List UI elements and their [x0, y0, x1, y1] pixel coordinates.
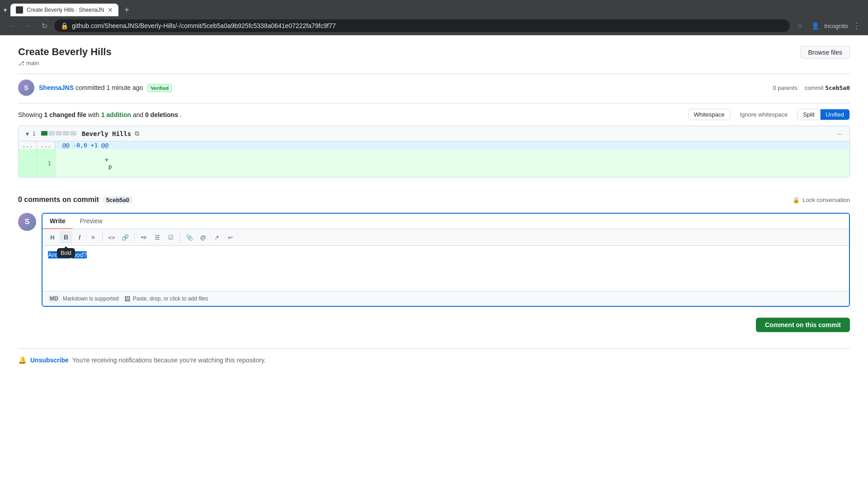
write-tab[interactable]: Write — [42, 214, 73, 229]
commit-hash[interactable]: 5ceb5a0 — [825, 84, 850, 91]
link-icon: 🔗 — [122, 234, 129, 241]
stats-and: and — [133, 111, 145, 118]
stat-gray-4 — [70, 131, 76, 136]
author-info: S SheenaJNS committed 1 minute ago Verif… — [18, 80, 172, 96]
lock-conversation-button[interactable]: 🔒 Lock conversation — [793, 197, 850, 203]
diff-hunk-num-2: ... — [37, 141, 55, 149]
lock-conversation-label: Lock conversation — [802, 197, 850, 203]
back-button[interactable]: ← — [5, 19, 18, 32]
toolbar-actions: ☆ 👤 Incognito ⋮ — [793, 19, 863, 33]
browser-toolbar: ← → ↻ 🔒 github.com/SheenaJNS/Beverly-Hil… — [0, 16, 868, 35]
diff-expand-icon[interactable]: ▾ — [26, 130, 29, 137]
ordered-list-icon: ≡ — [91, 234, 95, 241]
profile-button[interactable]: 👤 — [809, 19, 821, 32]
stats-prefix: Showing — [18, 111, 42, 118]
editor-toolbar: H B Bold I ≡ — [42, 229, 849, 246]
reload-button[interactable]: ↻ — [38, 19, 51, 32]
comments-header: 0 comments on commit 5ceb5a0 🔒 Lock conv… — [18, 196, 850, 204]
bullet-list-icon: ☰ — [155, 234, 160, 241]
unsubscribe-link[interactable]: Unsubscribe — [30, 357, 69, 364]
mention-button[interactable]: @ — [197, 231, 209, 244]
author-text: SheenaJNS committed 1 minute ago Verifie… — [39, 84, 172, 91]
verified-badge: Verified — [147, 84, 172, 92]
commit-hash-badge: 5ceb5a0 — [103, 196, 133, 204]
copy-path-icon[interactable]: ⧉ — [135, 130, 139, 137]
unified-view-button[interactable]: Unified — [821, 109, 849, 120]
diff-more-options-icon[interactable]: ··· — [837, 130, 842, 137]
author-avatar: S — [18, 80, 34, 96]
editor-tabs: Write Preview — [42, 214, 849, 229]
comment-editor: Write Preview H B Bold I — [42, 213, 850, 307]
commit-branch: ⎇ main — [18, 60, 112, 66]
commit-title: Create Beverly Hills — [18, 46, 112, 58]
editor-body[interactable]: Are we good? — [42, 246, 849, 291]
new-tab-button[interactable]: + — [120, 4, 133, 16]
reference-icon: ↗ — [214, 234, 219, 241]
undo-button[interactable]: ↩ — [224, 231, 236, 244]
stat-bar — [41, 131, 76, 136]
editor-selected-text: Are we good? — [48, 251, 87, 258]
markdown-icon: MD — [48, 295, 60, 302]
bookmark-button[interactable]: ☆ — [793, 19, 806, 32]
comments-title: 0 comments on commit 5ceb5a0 — [18, 196, 133, 204]
browser-menu-button[interactable]: ⋮ — [851, 19, 863, 33]
attach-button[interactable]: 📎 — [183, 231, 196, 244]
parents-text: 0 parents — [773, 84, 797, 91]
stats-deletions: 0 deletions — [145, 111, 178, 118]
diff-view-group: Split Unified — [797, 109, 850, 120]
active-tab[interactable]: Create Beverly Hills · SheenaJN ✕ — [10, 4, 118, 16]
tab-list-button[interactable]: ▾ — [4, 6, 7, 14]
bold-button[interactable]: B Bold — [60, 231, 72, 244]
split-view-button[interactable]: Split — [797, 109, 820, 120]
link-button[interactable]: 🔗 — [119, 231, 132, 244]
task-list-icon: ☑ — [168, 234, 174, 241]
tab-close-button[interactable]: ✕ — [108, 6, 113, 14]
unordered-list-button[interactable]: •≡ — [137, 231, 150, 244]
commit-label: commit 5ceb5a0 — [805, 84, 850, 91]
page-content: Create Beverly Hills ⎇ main Browse files… — [0, 35, 868, 469]
browse-files-button[interactable]: Browse files — [801, 46, 850, 59]
diff-options: Whitespace Ignore whitespace Split Unifi… — [688, 109, 850, 120]
bullet-list-button[interactable]: ☰ — [151, 231, 164, 244]
stats-with: with — [88, 111, 101, 118]
task-list-button[interactable]: ☑ — [165, 231, 177, 244]
diff-add-sign: + — [105, 156, 108, 163]
author-row: S SheenaJNS committed 1 minute ago Verif… — [18, 74, 850, 103]
diff-hunk-num-1: ... — [19, 141, 37, 149]
tab-favicon — [16, 6, 23, 14]
incognito-label: Incognito — [824, 23, 848, 29]
stats-bar: Showing 1 changed file with 1 addition a… — [18, 103, 850, 126]
browser-chrome: ▾ Create Beverly Hills · SheenaJN ✕ + ← … — [0, 0, 868, 35]
attach-hint[interactable]: 🖼 Paste, drop, or click to add files — [124, 296, 208, 302]
markdown-hint[interactable]: MD Markdown is supported — [48, 295, 119, 302]
submit-comment-button[interactable]: Comment on this commit — [756, 318, 850, 332]
image-icon: 🖼 — [124, 296, 130, 302]
ignore-whitespace-button[interactable]: Ignore whitespace — [734, 109, 794, 120]
forward-button[interactable]: → — [22, 19, 34, 32]
toolbar-divider-3 — [180, 233, 180, 242]
diff-add-content: + p — [55, 149, 849, 177]
tab-bar: ▾ Create Beverly Hills · SheenaJN ✕ + — [0, 0, 868, 16]
mention-icon: @ — [200, 234, 206, 241]
ordered-list-button[interactable]: ≡ — [87, 231, 99, 244]
heading-button[interactable]: H — [46, 231, 59, 244]
stats-changed: 1 changed file — [44, 111, 86, 118]
commit-header: Create Beverly Hills ⎇ main Browse files — [18, 35, 850, 74]
italic-button[interactable]: I — [73, 231, 86, 244]
reference-button[interactable]: ↗ — [210, 231, 223, 244]
code-icon: <> — [108, 234, 115, 241]
unordered-list-icon: •≡ — [141, 234, 146, 241]
italic-icon: I — [79, 234, 80, 241]
toolbar-divider-2 — [134, 233, 135, 242]
diff-file-info: ▾ 1 Beverly Hills ⧉ — [26, 130, 139, 137]
preview-tab[interactable]: Preview — [73, 214, 110, 229]
stat-green-1 — [41, 131, 47, 136]
code-button[interactable]: <> — [105, 231, 118, 244]
commit-header-left: Create Beverly Hills ⎇ main — [18, 46, 112, 66]
notification-text: You're receiving notifications because y… — [72, 357, 266, 364]
branch-icon: ⎇ — [18, 60, 24, 66]
address-bar[interactable]: 🔒 github.com/SheenaJNS/Beverly-Hills/-/c… — [54, 19, 790, 32]
whitespace-button[interactable]: Whitespace — [688, 109, 731, 120]
markdown-hint-text: Markdown is supported — [63, 296, 119, 302]
author-name[interactable]: SheenaJNS — [39, 84, 74, 91]
